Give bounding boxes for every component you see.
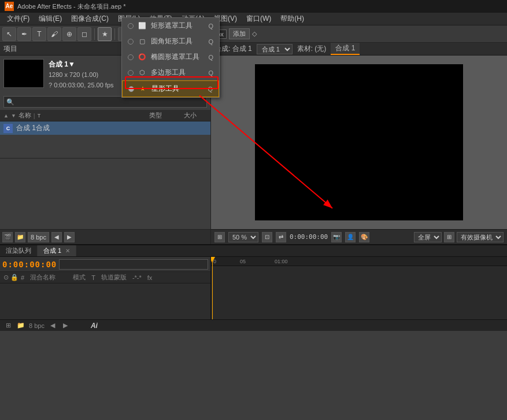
asset-rows: C 合成 1 合成 bbox=[0, 121, 210, 158]
menu-bar: 文件(F) 编辑(E) 图像合成(C) 图层(L) 效果(T) 动画(A) 视图… bbox=[0, 13, 507, 25]
toolbar-sep1 bbox=[94, 28, 95, 40]
status-bar: ⊞ 📁 8 bpc ◀ ▶ Ai bbox=[0, 319, 507, 331]
eraser-tool-btn[interactable]: ◻ bbox=[77, 27, 91, 41]
preview-right-controls: 全屏 ⊞ 有效摄像机 bbox=[414, 232, 504, 242]
add-button[interactable]: 添加 bbox=[229, 28, 250, 39]
menu-file[interactable]: 文件(F) bbox=[2, 13, 34, 25]
selection-tool-btn[interactable]: ↖ bbox=[2, 27, 16, 41]
status-next[interactable]: ▶ bbox=[61, 321, 70, 330]
bpc-label[interactable]: 8 bpc bbox=[31, 234, 46, 241]
preview-material-label: 素材: (无) bbox=[297, 44, 327, 54]
camera-btn[interactable]: 📷 bbox=[331, 232, 342, 242]
round-rect-shortcut: Q bbox=[208, 38, 213, 45]
round-rect-label: 圆角矩形工具 bbox=[151, 36, 193, 46]
round-rect-icon: ▢ bbox=[138, 38, 146, 46]
status-prev[interactable]: ◀ bbox=[48, 321, 57, 330]
menu-help[interactable]: 帮助(H) bbox=[276, 13, 309, 25]
status-icon-2[interactable]: 📁 bbox=[16, 321, 25, 330]
tab-comp1[interactable]: 合成 1 ✕ bbox=[38, 245, 76, 256]
timeline-area: 渲染队列 合成 1 ✕ 0:00:00:00 ⊙ 🔒 # 混合名称 模式 T bbox=[0, 244, 507, 319]
polygon-radio bbox=[128, 70, 134, 76]
col-type-header: 类型 bbox=[149, 111, 184, 120]
shape-tool-dropdown: ⬜ 矩形遮罩工具 Q ▢ 圆角矩形工具 Q ⭕ 椭圆形遮罩工具 Q ⬡ 多边形工… bbox=[121, 17, 220, 98]
fullscreen-select[interactable]: 全屏 bbox=[414, 232, 442, 242]
text-tool-btn[interactable]: T bbox=[32, 27, 46, 41]
preview-tab-comp[interactable]: 合成 1 bbox=[331, 43, 360, 55]
asset-list-header: ▲ ▼ 名称 | T 类型 大小 bbox=[0, 110, 210, 121]
preview-comp-select[interactable]: 合成 1 bbox=[257, 44, 293, 54]
ruler-10s: 01:00 bbox=[275, 259, 288, 264]
zoom-select[interactable]: 50 % bbox=[228, 232, 258, 242]
ruler-05s: 05 bbox=[240, 259, 246, 264]
timeline-toolbar: 0:00:00:00 bbox=[0, 257, 210, 272]
project-search-input[interactable] bbox=[14, 98, 204, 105]
polygon-shortcut: Q bbox=[208, 69, 213, 76]
rect-tool-item[interactable]: ⬜ 矩形遮罩工具 Q bbox=[122, 18, 219, 34]
menu-composition[interactable]: 图像合成(C) bbox=[66, 13, 113, 25]
asset-name: 合成 1 bbox=[16, 123, 36, 133]
layer-mode-col: 模式 bbox=[73, 273, 86, 282]
timeline-content: 0:00:00:00 ⊙ 🔒 # 混合名称 模式 T 轨道蒙版 -*-* fx bbox=[0, 257, 507, 319]
camera-select[interactable]: 有效摄像机 bbox=[457, 232, 504, 242]
search-icon: 🔍 bbox=[6, 98, 14, 106]
menu-edit[interactable]: 编辑(E) bbox=[34, 13, 66, 25]
asset-row[interactable]: C 合成 1 合成 bbox=[0, 121, 210, 135]
layer-track-col: 轨道蒙版 bbox=[101, 273, 127, 282]
ellipse-icon: ⭕ bbox=[138, 53, 146, 61]
tab-close-icon[interactable]: ✕ bbox=[65, 248, 70, 254]
new-comp-btn[interactable]: 🎬 bbox=[2, 232, 13, 242]
col-sort-icon: | bbox=[34, 112, 35, 119]
layer-name-col: 混合名称 bbox=[30, 273, 55, 282]
preview-header: 合成: 合成 1 合成 1 素材: (无) 合成 1 bbox=[211, 43, 507, 56]
toggle-btn[interactable]: ⇄ bbox=[276, 232, 286, 242]
person-btn[interactable]: 👤 bbox=[345, 232, 356, 242]
rect-icon: ⬜ bbox=[138, 22, 146, 30]
bpc-status: 8 bpc bbox=[29, 322, 45, 329]
black-canvas bbox=[255, 64, 463, 220]
shape-tool-btn[interactable]: ★ bbox=[98, 27, 112, 41]
polygon-label: 多边形工具 bbox=[151, 68, 186, 78]
star-tool-item[interactable]: ★ 星形工具 Q bbox=[122, 80, 219, 97]
timeline-layers bbox=[0, 283, 210, 319]
add-option: ◇ bbox=[252, 30, 257, 38]
timeline-left: 0:00:00:00 ⊙ 🔒 # 混合名称 模式 T 轨道蒙版 -*-* fx bbox=[0, 257, 211, 319]
grid-btn[interactable]: ⊞ bbox=[444, 232, 454, 242]
brush-tool-btn[interactable]: 🖌 bbox=[47, 27, 61, 41]
ai-label: Ai bbox=[91, 322, 98, 330]
round-rect-tool-item[interactable]: ▢ 圆角矩形工具 Q bbox=[122, 34, 219, 49]
pen-tool-btn[interactable]: ✒ bbox=[17, 27, 31, 41]
next-btn[interactable]: ▶ bbox=[64, 232, 75, 242]
layer-number-label: # bbox=[21, 274, 24, 281]
project-title: 项目 bbox=[3, 44, 17, 54]
prev-btn[interactable]: ◀ bbox=[51, 232, 62, 242]
tab-render-queue[interactable]: 渲染队列 bbox=[0, 245, 38, 256]
ellipse-tool-item[interactable]: ⭕ 椭圆形遮罩工具 Q bbox=[122, 49, 219, 65]
round-rect-radio bbox=[128, 39, 134, 45]
comp-resolution: 1280 x 720 (1.00) bbox=[49, 70, 114, 80]
star-icon: ★ bbox=[139, 85, 147, 93]
menu-window[interactable]: 窗口(W) bbox=[242, 13, 276, 25]
timeline-right: 0 05 01:00 bbox=[211, 257, 507, 319]
polygon-icon: ⬡ bbox=[138, 69, 146, 77]
polygon-tool-item[interactable]: ⬡ 多边形工具 Q bbox=[122, 65, 219, 80]
comp-duration: ? 0:00:03:00, 25.00 fps bbox=[49, 80, 114, 91]
playhead[interactable] bbox=[212, 257, 213, 319]
toolbar: ↖ ✒ T 🖌 ⊕ ◻ ★ 🎥 📌 填充 描边 添加 ◇ bbox=[0, 25, 507, 43]
project-search-box[interactable]: 🔍 bbox=[3, 96, 207, 108]
timeline-search-input[interactable] bbox=[59, 259, 208, 270]
star-shortcut: Q bbox=[208, 86, 213, 93]
preview-comp-label: 合成: 合成 1 bbox=[214, 44, 252, 54]
fit-btn[interactable]: ⊡ bbox=[262, 232, 272, 242]
star-radio bbox=[128, 86, 134, 92]
color-wheel-btn[interactable]: 🎨 bbox=[359, 232, 369, 242]
folder-btn[interactable]: 📁 bbox=[15, 232, 25, 242]
ellipse-radio bbox=[128, 54, 134, 60]
timeline-timecode[interactable]: 0:00:00:00 bbox=[2, 260, 57, 269]
timeline-ruler: 0 05 01:00 bbox=[211, 257, 507, 266]
preview-canvas bbox=[211, 56, 507, 229]
status-icon-1[interactable]: ⊞ bbox=[3, 321, 13, 330]
clone-tool-btn[interactable]: ⊕ bbox=[62, 27, 76, 41]
name-sort-arrow-down: ▼ bbox=[11, 113, 16, 119]
preview-ctrl-icon: ⊞ bbox=[214, 232, 225, 242]
toolbar-sep2 bbox=[114, 28, 115, 40]
